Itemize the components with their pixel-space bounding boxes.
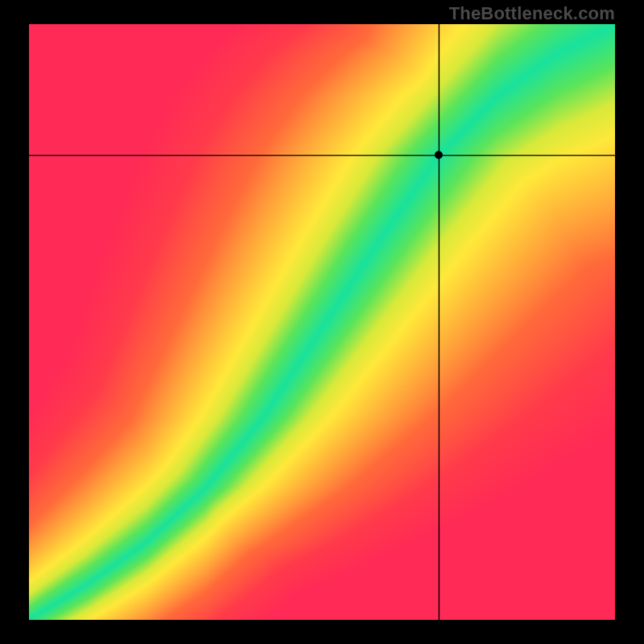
watermark-label: TheBottleneck.com bbox=[449, 3, 615, 24]
chart-frame: TheBottleneck.com bbox=[0, 0, 644, 644]
heatmap-plot bbox=[29, 24, 615, 620]
heatmap-canvas bbox=[29, 24, 615, 620]
